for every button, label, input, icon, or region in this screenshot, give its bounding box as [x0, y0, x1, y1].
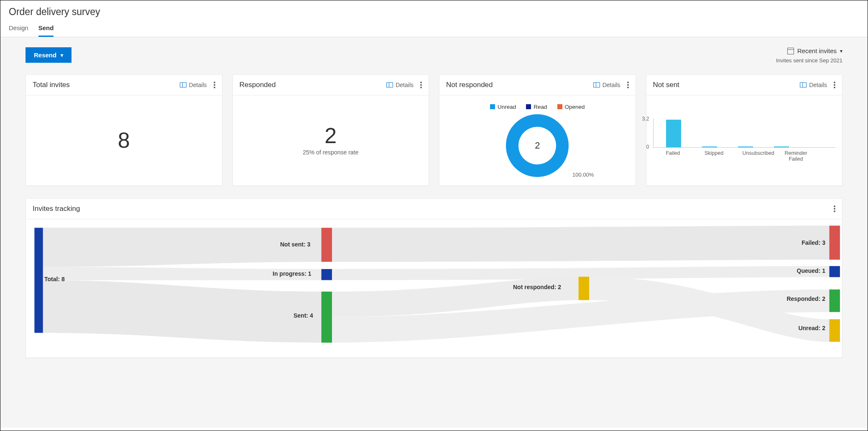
donut-percent-label: 100.00% [572, 172, 594, 178]
sankey-node-unread: Unread: 2 [798, 325, 825, 331]
recent-invites-filter[interactable]: Recent invites ▾ [787, 47, 842, 54]
not-sent-bar-chart: 3.2 0 Failed Skipped Unsubscribed Remind… [653, 118, 836, 162]
svg-rect-1 [322, 228, 332, 262]
svg-rect-4 [579, 277, 589, 300]
bar-label: Skipped [702, 150, 727, 162]
calendar-icon [787, 48, 794, 54]
card-title: Total invites [33, 81, 180, 89]
bar-label: Reminder Failed [784, 150, 809, 162]
legend-opened[interactable]: Opened [557, 104, 585, 110]
more-icon[interactable] [214, 82, 215, 88]
svg-rect-0 [34, 228, 43, 333]
card-not-sent: Not sent Details 3.2 0 [646, 74, 843, 186]
resend-button[interactable]: Resend ▾ [26, 47, 71, 63]
responded-value: 2 [324, 125, 337, 146]
more-icon[interactable] [834, 205, 835, 212]
sankey-node-not-sent: Not sent: 3 [280, 241, 310, 248]
chevron-down-icon: ▾ [61, 52, 63, 58]
svg-rect-2 [322, 269, 332, 280]
card-title: Not responded [446, 81, 593, 89]
sankey-node-failed: Failed: 3 [802, 239, 825, 246]
tab-bar: Design Send [9, 21, 859, 37]
bar-label: Unsubscribed [743, 150, 768, 162]
tab-design[interactable]: Design [9, 21, 28, 37]
sankey-node-sent: Sent: 4 [294, 312, 313, 319]
y-tick-max: 3.2 [642, 116, 649, 122]
card-not-responded: Not responded Details Unread [439, 74, 636, 186]
response-rate-text: 25% of response rate [303, 149, 358, 156]
details-button[interactable]: Details [386, 82, 414, 88]
bar-skipped [702, 146, 717, 147]
sankey-node-total: Total: 8 [44, 276, 65, 282]
page-title: Order delivery survey [9, 6, 859, 18]
legend-unread[interactable]: Unread [490, 104, 516, 110]
chevron-down-icon: ▾ [840, 48, 842, 54]
card-invites-tracking: Invites tracking [26, 198, 842, 358]
more-icon[interactable] [627, 82, 629, 88]
details-icon [800, 82, 807, 87]
svg-rect-3 [322, 291, 332, 342]
total-invites-value: 8 [118, 129, 130, 151]
sankey-node-in-progress: In progress: 1 [273, 270, 311, 277]
legend-read[interactable]: Read [526, 104, 547, 110]
card-title: Responded [240, 81, 387, 89]
donut-legend: Unread Read Opened [490, 104, 585, 110]
svg-rect-5 [830, 226, 840, 259]
sankey-chart: Total: 8 Not sent: 3 In progress: 1 Sent… [26, 219, 842, 357]
filter-subtext: Invites sent since Sep 2021 [776, 57, 842, 64]
filter-label: Recent invites [797, 47, 837, 54]
details-button[interactable]: Details [800, 82, 827, 88]
details-button[interactable]: Details [593, 82, 620, 88]
svg-rect-8 [830, 319, 840, 341]
more-icon[interactable] [834, 82, 835, 88]
details-icon [386, 82, 393, 87]
svg-rect-6 [830, 266, 840, 277]
bar-unsubscribed [738, 146, 753, 147]
card-title: Not sent [653, 81, 800, 89]
donut-chart: 2 100.00% [506, 114, 569, 177]
donut-center-value: 2 [506, 114, 569, 177]
sankey-node-queued: Queued: 1 [797, 267, 825, 274]
svg-rect-7 [830, 289, 840, 312]
sankey-node-not-responded: Not responded: 2 [513, 284, 561, 290]
card-total-invites: Total invites Details 8 [26, 74, 222, 186]
more-icon[interactable] [420, 82, 422, 88]
card-title: Invites tracking [33, 205, 834, 213]
card-responded: Responded Details 2 25% of response rate [232, 74, 429, 186]
tab-send[interactable]: Send [38, 21, 54, 37]
bar-failed [666, 120, 681, 147]
details-button[interactable]: Details [180, 82, 207, 88]
resend-label: Resend [34, 51, 56, 59]
sankey-node-responded: Responded: 2 [786, 295, 825, 302]
y-tick-min: 0 [646, 144, 649, 150]
details-icon [180, 82, 186, 87]
bar-label: Failed [661, 150, 686, 162]
details-icon [593, 82, 600, 87]
bar-reminder-failed [774, 146, 789, 147]
